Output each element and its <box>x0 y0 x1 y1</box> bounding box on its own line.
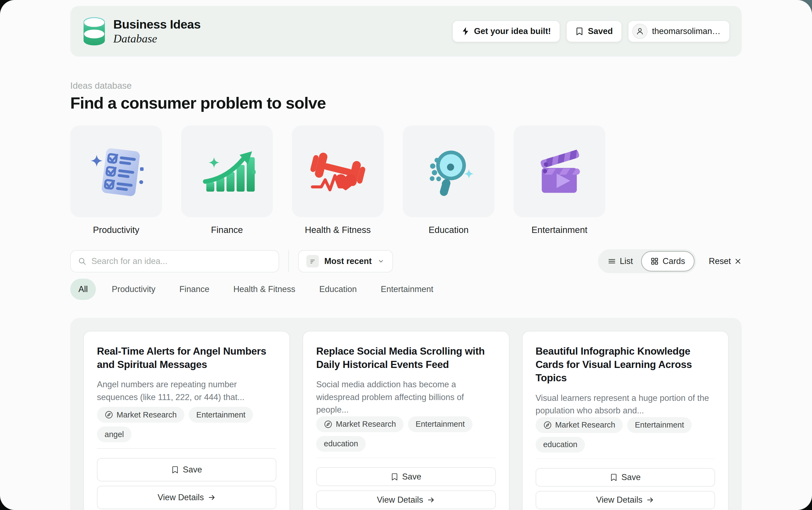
tag-market-research[interactable]: Market Research <box>316 416 404 432</box>
list-icon <box>608 257 616 265</box>
idea-title: Replace Social Media Scrolling with Dail… <box>316 344 496 371</box>
user-icon <box>635 27 644 36</box>
username-label: theomarsoliman… <box>652 26 721 36</box>
view-details-button[interactable]: View Details <box>535 491 715 509</box>
idea-title: Beautiful Infographic Knowledge Cards fo… <box>535 344 715 385</box>
checklist-3d-icon <box>87 142 146 201</box>
tag-label: angel <box>105 430 124 439</box>
brand-title: Business Ideas <box>113 18 201 32</box>
tag-angel[interactable]: angel <box>97 426 132 442</box>
arrow-right-icon <box>208 493 216 502</box>
tag-entertainment[interactable]: Entertainment <box>408 416 472 432</box>
save-idea-button[interactable]: Save <box>535 468 715 486</box>
tag-label: Entertainment <box>415 420 465 429</box>
compass-icon <box>324 420 332 429</box>
avatar <box>632 24 647 39</box>
filter-pill-row: All Productivity Finance Health & Fitnes… <box>70 279 742 300</box>
idea-description: Social media addiction has become a wide… <box>316 378 496 416</box>
database-cylinder-icon <box>82 16 106 46</box>
sort-label: Most recent <box>324 257 372 266</box>
tag-education[interactable]: education <box>316 436 366 452</box>
category-tile <box>70 125 162 217</box>
idea-card: Replace Social Media Scrolling with Dail… <box>302 331 509 510</box>
tag-education[interactable]: education <box>535 437 585 453</box>
brand-logo-block[interactable]: Business Ideas Database <box>82 16 201 46</box>
card-divider <box>97 448 277 449</box>
view-details-button[interactable]: View Details <box>97 486 277 509</box>
filter-all[interactable]: All <box>70 279 96 300</box>
category-label: Productivity <box>70 225 162 235</box>
tag-label: Entertainment <box>196 411 245 419</box>
category-education[interactable]: Education <box>403 125 494 235</box>
compass-icon <box>543 421 552 429</box>
card-spacer <box>97 403 277 407</box>
lightning-bolt-icon <box>462 27 470 36</box>
category-label: Education <box>403 225 494 235</box>
tag-entertainment[interactable]: Entertainment <box>627 417 692 433</box>
tag-market-research[interactable]: Market Research <box>97 407 184 423</box>
filter-finance[interactable]: Finance <box>171 279 218 300</box>
tag-label: Market Research <box>117 411 177 419</box>
filter-entertainment[interactable]: Entertainment <box>373 279 441 300</box>
category-finance[interactable]: Finance <box>181 125 273 235</box>
reset-filters-button[interactable]: Reset <box>709 257 742 266</box>
growth-chart-3d-icon <box>197 142 257 201</box>
view-list-button[interactable]: List <box>600 251 641 272</box>
saved-button[interactable]: Saved <box>566 21 622 42</box>
ideas-grid: Real-Time Alerts for Angel Numbers and S… <box>70 318 742 510</box>
search-icon <box>78 257 87 266</box>
view-details-label: View Details <box>596 495 642 505</box>
category-tile <box>181 125 273 217</box>
filter-education[interactable]: Education <box>311 279 365 300</box>
dumbbell-heart-3d-icon <box>308 142 368 201</box>
category-tile <box>403 125 494 217</box>
view-toggle: List Cards <box>598 249 696 273</box>
compass-icon <box>105 411 113 419</box>
category-entertainment[interactable]: Entertainment <box>514 125 605 235</box>
get-idea-built-button[interactable]: Get your idea built! <box>452 21 560 42</box>
bookmark-icon <box>575 27 583 36</box>
magnifier-3d-icon <box>419 142 478 201</box>
bookmark-icon <box>171 466 179 474</box>
category-health-fitness[interactable]: Health & Fitness <box>292 125 384 235</box>
tag-label: education <box>543 440 578 449</box>
category-productivity[interactable]: Productivity <box>70 125 162 235</box>
view-cards-button[interactable]: Cards <box>641 251 695 272</box>
category-tile <box>514 125 605 217</box>
tag-label: education <box>324 439 358 448</box>
toolbar-divider <box>288 250 289 272</box>
clapperboard-3d-icon <box>530 142 589 201</box>
tag-row: Market Research Entertainment education <box>316 416 496 452</box>
header-actions: Get your idea built! Saved theo <box>452 21 730 42</box>
brand-text: Business Ideas Database <box>113 18 201 45</box>
grid-icon <box>650 257 659 265</box>
tag-entertainment[interactable]: Entertainment <box>189 407 253 423</box>
card-divider <box>316 458 496 458</box>
header: Business Ideas Database Get your idea bu… <box>70 6 742 57</box>
close-x-icon <box>734 258 742 265</box>
user-account-button[interactable]: theomarsoliman… <box>628 21 730 42</box>
save-idea-button[interactable]: Save <box>316 467 496 486</box>
category-tile <box>292 125 384 217</box>
view-details-label: View Details <box>158 492 204 502</box>
idea-card: Real-Time Alerts for Angel Numbers and S… <box>83 331 290 510</box>
tag-label: Market Research <box>555 420 615 429</box>
sort-dropdown[interactable]: Most recent <box>298 250 393 272</box>
tag-label: Market Research <box>336 420 396 429</box>
view-cards-label: Cards <box>663 257 685 266</box>
category-row: Productivity <box>70 125 742 235</box>
tag-market-research[interactable]: Market Research <box>535 417 623 433</box>
toolbar: Most recent List <box>70 249 742 273</box>
view-list-label: List <box>620 257 633 266</box>
save-idea-button[interactable]: Save <box>97 458 277 481</box>
view-details-button[interactable]: View Details <box>316 490 496 509</box>
filter-productivity[interactable]: Productivity <box>104 279 164 300</box>
page-title: Find a consumer problem to solve <box>70 94 742 112</box>
brand-subtitle: Database <box>113 32 201 45</box>
category-label: Entertainment <box>514 225 605 235</box>
chevron-down-icon <box>377 258 385 265</box>
filter-health-fitness[interactable]: Health & Fitness <box>225 279 303 300</box>
idea-card: Beautiful Infographic Knowledge Cards fo… <box>522 331 729 510</box>
search-input[interactable] <box>91 257 271 266</box>
arrow-right-icon <box>427 496 435 504</box>
